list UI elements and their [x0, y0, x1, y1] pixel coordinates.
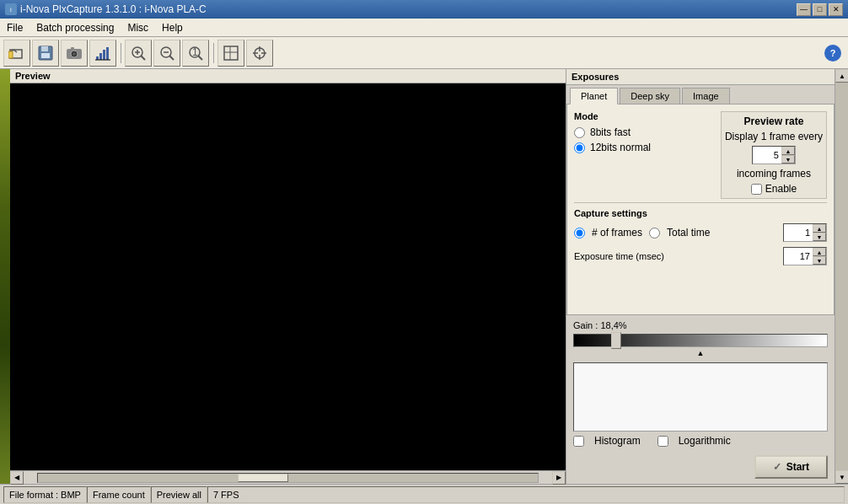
vertical-scrollbar: ▲ ▼: [835, 69, 848, 484]
menu-file[interactable]: File: [0, 19, 30, 36]
frames-label: # of frames: [592, 227, 642, 239]
mode-8bit-label: 8bits fast: [590, 126, 631, 138]
tab-deepsky[interactable]: Deep sky: [620, 88, 680, 104]
scroll-left-button[interactable]: ◀: [10, 471, 24, 485]
preview-all-status[interactable]: Preview all: [151, 486, 207, 503]
mode-label: Mode: [574, 111, 714, 121]
preview-rate-input[interactable]: [753, 149, 781, 161]
mode-8bit-row: 8bits fast: [574, 126, 714, 138]
enable-row: Enable: [725, 183, 823, 195]
file-format-status: File format : BMP: [3, 486, 87, 503]
status-bar: File format : BMP Frame count Preview al…: [0, 484, 848, 504]
horizontal-scrollbar: ◀ ▶: [10, 470, 566, 484]
menu-help[interactable]: Help: [155, 19, 190, 36]
start-section: ✓ Start: [566, 450, 835, 484]
mode-12bit-radio[interactable]: [574, 142, 585, 153]
histogram-button[interactable]: [89, 40, 116, 67]
minimize-button[interactable]: —: [797, 3, 811, 16]
menu-batch[interactable]: Batch processing: [30, 19, 121, 36]
gradient-bar: [0, 69, 10, 484]
gain-slider-container: [573, 334, 828, 347]
svg-line-15: [141, 56, 145, 60]
total-time-label: Total time: [667, 227, 710, 239]
scroll-area-v[interactable]: [835, 83, 848, 470]
menu-misc[interactable]: Misc: [121, 19, 155, 36]
tabs: Planet Deep sky Image: [566, 85, 835, 105]
svg-rect-9: [96, 56, 99, 60]
frames-spinbox[interactable]: ▲ ▼: [783, 223, 827, 242]
exposure-down-button[interactable]: ▼: [813, 256, 826, 265]
logarithmic-checkbox[interactable]: [657, 436, 668, 447]
help-button[interactable]: ?: [824, 45, 841, 62]
exposures-header: Exposures: [566, 69, 835, 85]
histogram-label: Histogram: [594, 435, 641, 447]
mode-8bit-radio[interactable]: [574, 127, 585, 138]
tab-image[interactable]: Image: [682, 88, 730, 104]
gain-section: Gain : 18,4% ▲: [566, 315, 835, 362]
histogram-controls: Histogram Logarithmic: [566, 432, 835, 450]
start-button[interactable]: ✓ Start: [754, 455, 828, 479]
total-time-radio[interactable]: [649, 228, 660, 239]
preview-rate-up-button[interactable]: ▲: [781, 147, 795, 155]
mode-12bit-label: 12bits normal: [590, 142, 651, 153]
preview-rate-title: Preview rate: [725, 115, 823, 127]
zoom-fit-button[interactable]: 1: [182, 40, 209, 67]
frames-up-button[interactable]: ▲: [813, 224, 826, 233]
svg-rect-24: [224, 46, 238, 60]
svg-rect-11: [103, 50, 105, 60]
window-controls: — □ ✕: [797, 3, 843, 16]
mode-section: Mode 8bits fast 12bits normal: [574, 111, 714, 192]
grid-button[interactable]: [217, 40, 244, 67]
exposure-spinbox-btns: ▲ ▼: [813, 248, 826, 265]
enable-checkbox[interactable]: [751, 184, 762, 195]
preview-panel: Preview ◀ ▶: [10, 69, 566, 484]
svg-line-19: [169, 56, 174, 60]
scroll-track-h[interactable]: [37, 473, 539, 483]
svg-text:1: 1: [192, 46, 198, 58]
svg-rect-12: [106, 47, 109, 60]
preview-rate-spinbox-row: ▲ ▼: [725, 146, 823, 164]
svg-line-22: [198, 56, 202, 60]
exposure-spinbox[interactable]: ▲ ▼: [783, 247, 827, 265]
preview-rate-down-button[interactable]: ▼: [781, 155, 795, 164]
scroll-up-button[interactable]: ▲: [835, 69, 848, 83]
svg-rect-1: [8, 51, 13, 58]
histogram-display: [573, 362, 828, 432]
capture-section: Capture settings # of frames Total time …: [574, 202, 827, 265]
exposure-up-button[interactable]: ▲: [813, 248, 826, 256]
histogram-checkbox[interactable]: [573, 436, 584, 447]
preview-rate-desc: Display 1 frame every: [725, 131, 823, 142]
zoom-out-button[interactable]: [153, 40, 180, 67]
gain-label: Gain : 18,4%: [573, 320, 828, 330]
exposure-input[interactable]: [784, 250, 813, 262]
preview-label: Preview: [10, 69, 566, 83]
title-bar: i i-Nova PlxCapture 1.3.1.0 : i-Nova PLA…: [0, 0, 848, 19]
frame-count-status[interactable]: Frame count: [87, 486, 151, 503]
mode-12bit-row: 12bits normal: [574, 142, 714, 153]
fps-status: 7 FPS: [207, 486, 845, 503]
capture-frames-row: # of frames Total time ▲ ▼: [574, 223, 827, 242]
frames-spinbox-btns: ▲ ▼: [813, 224, 826, 241]
logarithmic-label: Logarithmic: [679, 435, 731, 447]
crosshair-button[interactable]: [246, 40, 273, 67]
frames-down-button[interactable]: ▼: [813, 233, 826, 241]
scroll-down-button[interactable]: ▼: [835, 470, 848, 484]
exposure-row: Exposure time (msec) ▲ ▼: [574, 247, 827, 265]
open-button[interactable]: [3, 40, 30, 67]
camera-button[interactable]: [61, 40, 88, 67]
separator-2: [211, 40, 216, 67]
scroll-thumb-h[interactable]: [238, 474, 288, 482]
frames-input[interactable]: [784, 227, 813, 239]
frames-radio[interactable]: [574, 228, 585, 239]
gain-thumb[interactable]: [611, 332, 621, 349]
close-button[interactable]: ✕: [829, 3, 843, 16]
main-layout: Preview ◀ ▶ Exposures Planet Deep sky Im…: [0, 69, 848, 484]
tab-planet[interactable]: Planet: [570, 88, 618, 105]
zoom-in-button[interactable]: [125, 40, 152, 67]
save-button[interactable]: [32, 40, 59, 67]
scroll-right-button[interactable]: ▶: [552, 471, 566, 485]
gain-indicator: ▲: [573, 349, 828, 357]
preview-rate-spinbox[interactable]: ▲ ▼: [752, 146, 796, 164]
maximize-button[interactable]: □: [813, 3, 827, 16]
tab-content-planet: Mode 8bits fast 12bits normal Preview ra…: [566, 105, 835, 315]
